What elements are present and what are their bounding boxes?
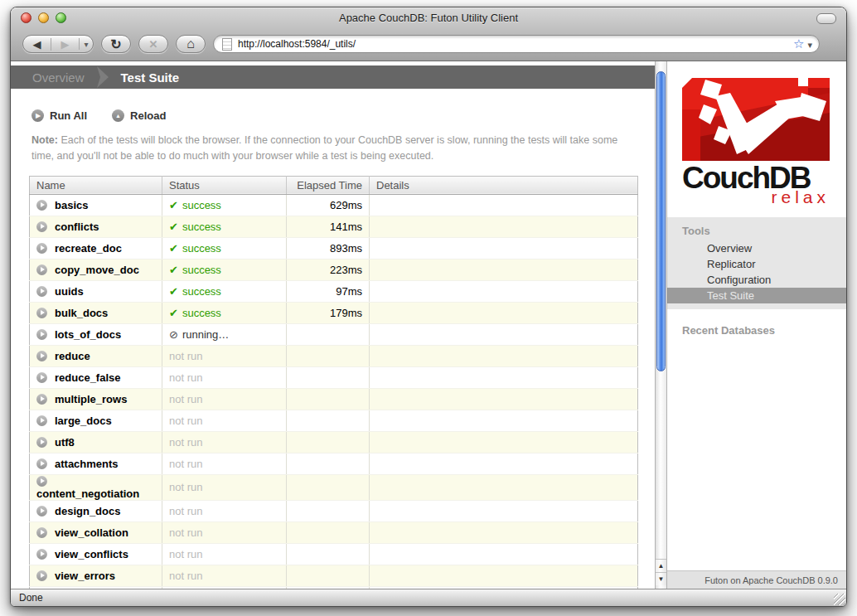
- run-test-icon[interactable]: [36, 308, 47, 318]
- table-row[interactable]: recreate_doc✔success893ms: [30, 237, 638, 259]
- table-row[interactable]: lots_of_docs⊘running…: [30, 323, 638, 345]
- zoom-button[interactable]: [56, 12, 66, 23]
- sidebar-item-test-suite[interactable]: Test Suite: [667, 288, 846, 303]
- run-test-icon[interactable]: [36, 264, 47, 275]
- address-bar[interactable]: http://localhost:5984/_utils/: [213, 35, 820, 53]
- table-row[interactable]: conflicts✔success141ms: [30, 216, 638, 237]
- couchdb-logo[interactable]: CouchDB relax: [682, 78, 831, 206]
- run-test-icon[interactable]: [36, 476, 47, 487]
- breadcrumb: Overview Test Suite: [11, 65, 655, 89]
- test-name: attachments: [55, 458, 119, 470]
- run-test-icon[interactable]: [36, 549, 47, 560]
- column-header-name: Name: [30, 176, 162, 194]
- test-status-label: success: [182, 307, 221, 319]
- minimize-button[interactable]: [38, 12, 49, 23]
- run-test-icon[interactable]: [36, 372, 47, 383]
- table-row[interactable]: basics✔success629ms: [30, 194, 638, 216]
- tools-section: Tools OverviewReplicatorConfigurationTes…: [667, 217, 846, 309]
- table-row[interactable]: bulk_docs✔success179ms: [30, 302, 638, 323]
- test-status-label: not run: [169, 393, 202, 405]
- table-row[interactable]: uuids✔success97ms: [30, 280, 638, 302]
- history-dropdown-button[interactable]: [79, 38, 93, 50]
- stop-button[interactable]: [138, 35, 168, 53]
- run-test-icon[interactable]: [36, 458, 47, 469]
- note-label: Note:: [31, 134, 58, 146]
- test-name: recreate_doc: [55, 242, 122, 255]
- run-test-icon[interactable]: [36, 200, 47, 211]
- run-test-icon[interactable]: [36, 243, 47, 254]
- run-test-icon[interactable]: [36, 329, 47, 340]
- table-row[interactable]: attachmentsnot run: [30, 453, 638, 474]
- breadcrumb-overview-link[interactable]: Overview: [32, 70, 85, 85]
- table-row[interactable]: view_collationnot run: [30, 521, 638, 543]
- table-row[interactable]: view_conflictsnot run: [30, 543, 638, 565]
- sidebar-item-overview[interactable]: Overview: [667, 240, 846, 256]
- sidebar-item-configuration[interactable]: Configuration: [667, 272, 846, 288]
- test-elapsed-time: 629ms: [287, 194, 370, 216]
- test-name: bulk_docs: [55, 307, 108, 319]
- table-row[interactable]: reducenot run: [30, 345, 638, 366]
- test-details: [370, 345, 638, 366]
- run-test-icon[interactable]: [36, 437, 47, 448]
- check-icon: ✔: [169, 221, 178, 233]
- titlebar[interactable]: Apache CouchDB: Futon Utility Client: [11, 7, 846, 27]
- run-test-icon[interactable]: [36, 527, 47, 538]
- run-test-icon[interactable]: [36, 570, 47, 581]
- run-all-icon: [31, 109, 44, 122]
- test-status: not run: [162, 453, 287, 474]
- url-dropdown-icon[interactable]: [807, 36, 812, 51]
- run-test-icon[interactable]: [36, 415, 47, 426]
- scroll-down-button[interactable]: ▼: [656, 572, 666, 585]
- table-row[interactable]: copy_move_doc✔success223ms: [30, 259, 638, 280]
- back-button[interactable]: [23, 38, 51, 51]
- run-all-button[interactable]: Run All: [31, 109, 87, 122]
- table-row[interactable]: multiple_rowsnot run: [30, 388, 638, 410]
- test-details: [370, 216, 638, 237]
- reload-tests-button[interactable]: Reload: [112, 109, 166, 122]
- page-title: Test Suite: [121, 70, 180, 85]
- table-row[interactable]: reduce_falsenot run: [30, 366, 638, 388]
- column-header-details: Details: [370, 176, 638, 194]
- sidebar-item-replicator[interactable]: Replicator: [667, 256, 846, 272]
- table-row[interactable]: content_negotiationnot run: [30, 474, 638, 500]
- test-elapsed-time: [287, 521, 370, 543]
- test-status: ✔success: [162, 259, 287, 280]
- reload-icon: [110, 36, 121, 52]
- check-icon: ✔: [169, 199, 178, 211]
- bookmark-star-icon[interactable]: [793, 36, 804, 51]
- test-name: basics: [55, 199, 88, 211]
- forward-button[interactable]: [51, 38, 79, 51]
- home-button[interactable]: [176, 35, 206, 53]
- run-test-icon[interactable]: [36, 286, 47, 297]
- window-chrome: Apache CouchDB: Futon Utility Client htt…: [11, 7, 846, 61]
- reload-button[interactable]: [101, 35, 131, 53]
- test-details: [370, 259, 638, 280]
- run-test-icon[interactable]: [36, 351, 47, 361]
- test-status: not run: [162, 565, 287, 586]
- page-content: Run All Reload Note: Each of the tests w…: [11, 89, 655, 589]
- recent-databases-heading: Recent Databases: [667, 323, 846, 340]
- check-icon: ✔: [169, 285, 178, 298]
- reload-tests-icon: [112, 109, 124, 122]
- test-elapsed-time: 97ms: [287, 280, 370, 302]
- resize-grip-icon[interactable]: [834, 594, 845, 605]
- test-status-label: success: [182, 221, 221, 233]
- check-icon: ✔: [169, 242, 178, 255]
- test-status-label: not run: [169, 570, 202, 582]
- table-row[interactable]: design_docsnot run: [30, 500, 638, 521]
- test-name: view_errors: [55, 570, 115, 582]
- status-text: Done: [11, 592, 43, 604]
- table-row[interactable]: view_errorsnot run: [30, 565, 638, 586]
- test-status-label: success: [182, 199, 221, 211]
- table-row[interactable]: utf8not run: [30, 431, 638, 453]
- scroll-up-button[interactable]: ▲: [656, 559, 666, 572]
- table-row[interactable]: large_docsnot run: [30, 410, 638, 431]
- run-test-icon[interactable]: [36, 506, 47, 517]
- scrollbar-thumb[interactable]: [656, 71, 666, 371]
- toolbar-toggle-pill[interactable]: [816, 13, 836, 24]
- vertical-scrollbar[interactable]: ▲ ▼: [655, 61, 667, 589]
- run-test-icon[interactable]: [36, 221, 47, 232]
- run-test-icon[interactable]: [36, 394, 47, 405]
- url-text[interactable]: http://localhost:5984/_utils/: [238, 38, 793, 50]
- close-button[interactable]: [21, 12, 31, 23]
